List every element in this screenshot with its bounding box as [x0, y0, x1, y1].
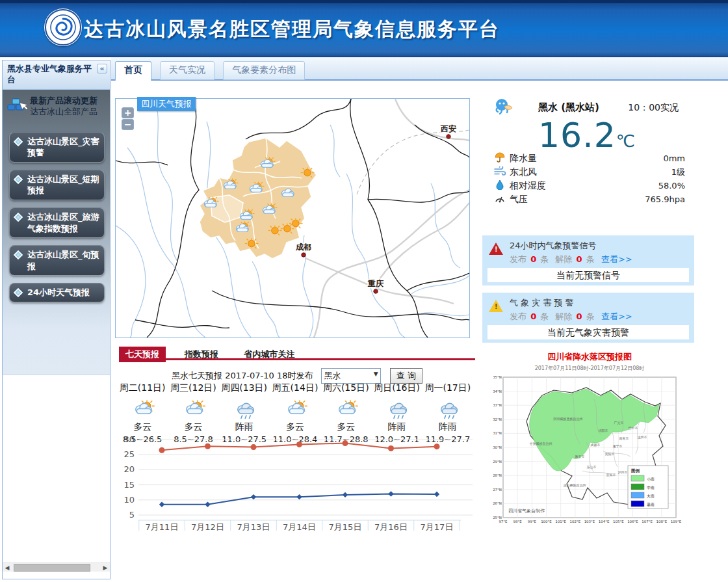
- svg-text:30°N: 30°N: [493, 445, 502, 449]
- diamond-bullet-icon: [14, 175, 23, 184]
- forecast-day-name: 周日(16日): [371, 382, 422, 394]
- sidebar-item-label: 达古冰山景区_旬预报: [27, 250, 99, 271]
- sidebar-horizontal-scrollbar[interactable]: ◀ ▶: [3, 562, 110, 572]
- forecast-day-name: 周五(14日): [270, 382, 320, 394]
- nav-tabstrip: 首页 天气实况 气象要素分布图: [111, 57, 728, 81]
- rainmap-subtitle: 2017年07月11日08时-2017年07月12日08时: [486, 365, 693, 372]
- tab-seven-day-forecast[interactable]: 七天预报: [119, 347, 166, 362]
- region-label: 阿坝藏族羌族自治州: [554, 417, 583, 421]
- rainmap-credit: 四川省气象台制作: [508, 509, 545, 514]
- sidebar-item-2[interactable]: 达古冰山景区_旅游气象指数预报: [9, 207, 105, 238]
- forecast-day-name: 周三(12日): [168, 382, 218, 394]
- tab-province-cities[interactable]: 省内城市关注: [237, 347, 301, 362]
- warning-title: 24小时内气象预警信号: [510, 240, 632, 252]
- view-warnings-link[interactable]: 查看>>: [601, 254, 632, 264]
- sidebar-item-label: 24小时天气预报: [27, 287, 90, 297]
- svg-text:小雨: 小雨: [647, 477, 655, 481]
- sichuan-weather-map[interactable]: 四川天气预报 + −: [115, 98, 470, 338]
- map-city-markers: 成都重庆西安: [295, 124, 456, 293]
- x-axis-label: 7月15日: [329, 522, 362, 532]
- query-button[interactable]: 查 询: [390, 368, 422, 384]
- droplet-icon: [490, 179, 510, 192]
- scrollbar-thumb[interactable]: [14, 564, 90, 572]
- sidebar-item-1[interactable]: 达古冰山景区_短期预报: [9, 170, 105, 200]
- region-label: 宜宾市: [606, 473, 616, 477]
- tab-element-distribution[interactable]: 气象要素分布图: [223, 61, 305, 80]
- forecast-tabbar: 七天预报 指数预报 省内城市关注: [119, 347, 475, 360]
- cloudy-sun-icon: [270, 394, 320, 421]
- stat-value: 0mm: [627, 153, 685, 163]
- x-axis-label: 7月17日: [421, 522, 454, 532]
- railway-lines: [356, 130, 469, 196]
- svg-text:97°E: 97°E: [499, 520, 508, 523]
- svg-text:31°N: 31°N: [493, 431, 502, 435]
- stat-label: 东北风: [510, 166, 627, 178]
- blocks-hand-icon: [6, 98, 30, 118]
- gauge-icon: [490, 194, 510, 205]
- stat-value: 1级: [627, 166, 685, 178]
- warning-counts: 发布 0 条 解除 0 条 查看>>: [510, 254, 632, 265]
- svg-text:107°E: 107°E: [642, 520, 653, 523]
- svg-text:10: 10: [124, 495, 135, 505]
- sidebar-lower-panel: ◀ ▶: [3, 375, 110, 572]
- data-point: [159, 502, 164, 507]
- tab-home[interactable]: 首页: [115, 61, 151, 81]
- svg-text:30: 30: [124, 434, 135, 444]
- forecast-day-name: 周四(13日): [219, 382, 270, 394]
- svg-text:104°E: 104°E: [599, 520, 610, 523]
- svg-text:西安: 西安: [440, 124, 456, 133]
- sidebar-collapse-button[interactable]: «: [97, 64, 107, 73]
- svg-text:33°N: 33°N: [493, 403, 502, 407]
- sidebar-marquee-text: 最新产品滚动更新 达古冰山全部产品: [30, 95, 98, 118]
- rainfall-forecast-panel: 四川省降水落区预报图 2017年07月11日08时-2017年07月12日08时…: [486, 351, 693, 531]
- forecast-title-row: 黑水七天预报 2017-07-10 18时发布 黑水 ▼ 查 询: [119, 368, 475, 384]
- tab-weather-live[interactable]: 天气实况: [160, 61, 214, 80]
- data-point: [205, 502, 210, 507]
- svg-text:108°E: 108°E: [656, 520, 667, 523]
- current-weather-header: 黑水 (黑水站) 10：00实况: [489, 98, 694, 116]
- svg-text:暴雨: 暴雨: [647, 502, 655, 507]
- region-label: 雅安市: [575, 455, 585, 459]
- cloudy-sun-icon: [320, 394, 371, 421]
- meteorology-logo-icon: [44, 8, 82, 46]
- tab-index-forecast[interactable]: 指数预报: [178, 347, 225, 362]
- svg-text:5: 5: [129, 510, 135, 520]
- umbrella-icon: [490, 152, 510, 165]
- mascot-icon: [494, 98, 514, 117]
- sidebar-photo-panel: 最新产品滚动更新 达古冰山全部产品 达古冰山景区_灾害预警达古冰山景区_短期预报…: [3, 90, 110, 375]
- no-warning-message: 当前无预警信号: [488, 268, 689, 282]
- svg-text:106°E: 106°E: [627, 520, 638, 523]
- data-point: [388, 491, 393, 496]
- warning-panel-disaster: ! 气 象 灾 害 预 警 发布 0 条 解除 0 条 查看>> 当前无气象灾害…: [482, 293, 694, 343]
- city-select[interactable]: 黑水 ▼: [321, 368, 381, 384]
- rain-icon: [371, 394, 422, 421]
- rain-icon: [422, 394, 473, 421]
- sidebar-item-4[interactable]: 24小时天气预报: [9, 283, 105, 302]
- red-alert-triangle-icon: !: [489, 243, 503, 255]
- view-warnings-link[interactable]: 查看>>: [601, 311, 632, 321]
- map-title-label: 四川天气预报: [137, 97, 196, 111]
- yellow-alert-triangle-icon: !: [489, 300, 503, 312]
- map-zoom-out-button[interactable]: −: [122, 119, 134, 130]
- stat-row-0: 降水量0mm: [490, 152, 685, 165]
- svg-text:27°N: 27°N: [493, 488, 502, 492]
- map-zoom-in-button[interactable]: +: [122, 107, 134, 118]
- chevron-down-icon: ▼: [374, 371, 378, 377]
- sidebar-item-0[interactable]: 达古冰山景区_灾害预警: [9, 132, 105, 163]
- city-marker-成都: 成都: [295, 243, 311, 257]
- sidebar-item-3[interactable]: 达古冰山景区_旬预报: [9, 245, 105, 276]
- svg-text:29°N: 29°N: [493, 460, 502, 464]
- data-point: [205, 443, 211, 449]
- weather-portal-page: 达古冰山风景名胜区管理局气象信息服务平台 首页 天气实况 气象要素分布图 黑水县…: [0, 0, 728, 582]
- region-label: 绵阳市: [599, 429, 608, 433]
- map-canvas: 成都重庆西安: [116, 99, 469, 337]
- sidebar-marquee[interactable]: 最新产品滚动更新 达古冰山全部产品: [3, 92, 110, 125]
- svg-text:28°N: 28°N: [493, 473, 502, 477]
- data-point: [388, 445, 394, 451]
- stat-value: 765.9hpa: [627, 194, 685, 204]
- scroll-right-arrow-icon[interactable]: ▶: [101, 563, 110, 572]
- wind-icon: [490, 166, 510, 178]
- scroll-left-arrow-icon[interactable]: ◀: [3, 563, 12, 572]
- stat-row-1: 东北风1级: [490, 165, 685, 179]
- page-title: 达古冰山风景名胜区管理局气象信息服务平台: [84, 16, 500, 43]
